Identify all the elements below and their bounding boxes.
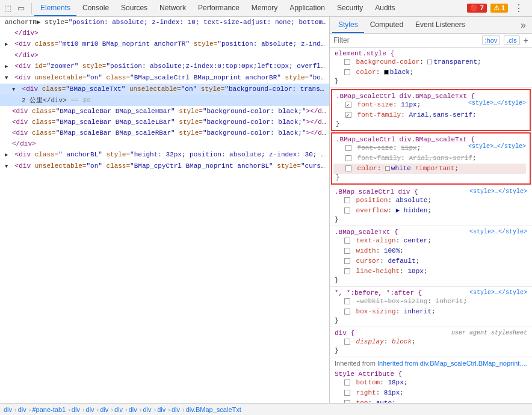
prop-checkbox[interactable] [344, 268, 350, 274]
rule-source[interactable]: <style>…</style> [468, 100, 526, 106]
prop-color-important[interactable]: color: white !important; [333, 164, 526, 174]
prop-checkbox[interactable] [345, 155, 351, 161]
filter-input[interactable] [353, 36, 478, 45]
dom-line[interactable]: <div class="BMap_scaleBar BMap_scaleHBar… [0, 106, 329, 117]
nav-tabs: Elements Console Sources Network Perform… [34, 0, 463, 16]
prop-checkbox[interactable] [344, 197, 350, 203]
tab-audits[interactable]: Audits [369, 0, 401, 16]
breadcrumb-div-4[interactable]: div [86, 406, 94, 413]
tab-performance[interactable]: Performance [192, 0, 246, 16]
rule-source-5[interactable]: <style>…</style> [469, 289, 527, 296]
breadcrumb-div-5[interactable]: div [100, 406, 108, 413]
cls-button[interactable]: .cls [504, 35, 520, 45]
dom-line[interactable]: ▶ <div id="zoomer" style="position: abso… [0, 61, 329, 72]
tab-console[interactable]: Console [76, 0, 115, 16]
breadcrumb-div-7[interactable]: div [129, 406, 137, 413]
prop-checkbox[interactable] [344, 380, 350, 386]
rule-header: .BMap_scaleTxt { <style>…</style> [335, 229, 527, 236]
prop-checkbox[interactable] [345, 112, 351, 118]
prop-webkit-box-sizing[interactable]: -webkit-box-sizing: inherit; [335, 297, 527, 307]
breadcrumb-div-3[interactable]: div [72, 406, 80, 413]
tab-sources[interactable]: Sources [115, 0, 153, 16]
devtools-toolbar: ⬚ ▭ Elements Console Sources Network Per… [0, 0, 532, 17]
prop-checkbox[interactable] [344, 339, 350, 345]
styles-more-button[interactable]: » [517, 20, 530, 31]
prop-display[interactable]: display: block; [335, 337, 527, 347]
dom-line[interactable]: ▼ <div unselectable="on" class="BMap_cpy… [0, 161, 329, 172]
prop-checkbox[interactable] [344, 208, 350, 214]
prop-cursor[interactable]: cursor: default; [335, 256, 527, 266]
prop-color[interactable]: color: black; [335, 67, 527, 78]
rule-close: } [335, 78, 527, 85]
prop-checkbox[interactable] [344, 400, 350, 403]
dom-line[interactable]: ▼ <div unselectable="on" class="BMap_sca… [0, 72, 329, 84]
device-icon[interactable]: ▭ [16, 3, 26, 14]
breadcrumb-div-9[interactable]: div [157, 406, 165, 413]
toolbar-icons: ⬚ ▭ [2, 3, 32, 14]
breadcrumb-pane[interactable]: #pane-tab1 [32, 406, 66, 413]
dom-line-text[interactable]: 2 公里</div> == $0 [0, 95, 329, 106]
breadcrumb-div-6[interactable]: div [114, 406, 123, 413]
tab-computed[interactable]: Computed [364, 17, 409, 33]
tab-event-listeners[interactable]: Event Listeners [409, 17, 471, 33]
prop-overflow[interactable]: overflow: ▶ hidden; [335, 206, 527, 216]
prop-width[interactable]: width: 100%; [335, 246, 527, 256]
dom-line[interactable]: ▶ <div class="mt10 mr10 BMap_noprint anc… [0, 38, 329, 50]
breadcrumb-div-10[interactable]: div [172, 406, 180, 413]
prop-position[interactable]: position: absolute; [335, 195, 527, 206]
prop-font-family-strike[interactable]: font-family: Arial,sans-serif; [336, 153, 526, 164]
dom-line[interactable]: </div> [0, 50, 329, 61]
rule-header: *, *:before, *:after { <style>…</style> [335, 289, 527, 297]
inherited-source[interactable]: Inherited from div.BMap_scaleCtrl.BMap_n… [377, 360, 527, 367]
prop-checkbox[interactable] [344, 298, 350, 304]
dom-line[interactable]: </div> [0, 138, 329, 149]
breadcrumb-bar: div › div › #pane-tab1 › div › div › div… [0, 403, 532, 415]
prop-box-sizing[interactable]: box-sizing: inherit; [335, 307, 527, 317]
prop-background-color[interactable]: background-color: transparent; [335, 57, 527, 67]
style-rule-attribute: Style Attribute { bottom: 18px; right: 8… [330, 368, 532, 403]
prop-right[interactable]: right: 81px; [335, 388, 527, 398]
dom-line[interactable]: <div class="BMap_scaleBar BMap_scaleRBar… [0, 128, 329, 138]
inspect-icon[interactable]: ⬚ [2, 3, 13, 14]
tab-application[interactable]: Application [283, 0, 331, 16]
prop-checkbox[interactable] [344, 390, 350, 396]
rule-source-4[interactable]: <style>…</style> [469, 229, 527, 235]
breadcrumb-div-1[interactable]: div [4, 406, 12, 413]
prop-bottom[interactable]: bottom: 18px; [335, 378, 527, 388]
rule-header: div { user agent stylesheet [335, 330, 527, 337]
prop-checkbox[interactable] [344, 248, 350, 254]
breadcrumb-div-2[interactable]: div [18, 406, 26, 413]
prop-checkbox[interactable] [345, 102, 351, 108]
dom-line[interactable]: anchorTR▶ style="position: absolute; z-i… [0, 17, 329, 28]
dom-line-selected[interactable]: ▼ <div class="BMap_scaleTxt" unselectabl… [0, 84, 329, 95]
styles-content[interactable]: element.style { background-color: transp… [330, 48, 532, 403]
hov-button[interactable]: :hov [482, 35, 501, 45]
prop-font-family[interactable]: font-family: Arial,sans-serif; [336, 110, 526, 120]
dom-line[interactable]: ▶ <div class=" anchorBL" style="height: … [0, 149, 329, 161]
tab-styles[interactable]: Styles [332, 17, 364, 33]
prop-checkbox[interactable] [344, 238, 350, 244]
more-button[interactable]: ⋮ [512, 2, 526, 14]
add-style-button[interactable]: + [524, 35, 528, 45]
rule-source-6: user agent stylesheet [451, 330, 527, 336]
prop-checkbox[interactable] [344, 309, 350, 315]
tab-security[interactable]: Security [331, 0, 369, 16]
tab-network[interactable]: Network [153, 0, 192, 16]
prop-line-height[interactable]: line-height: 18px; [335, 266, 527, 277]
prop-checkbox[interactable] [344, 59, 350, 65]
rule-source-2[interactable]: <style>…</style> [468, 143, 526, 150]
prop-checkbox[interactable] [344, 258, 350, 264]
prop-text-align[interactable]: text-align: center; [335, 236, 527, 246]
dom-panel[interactable]: anchorTR▶ style="position: absolute; z-i… [0, 17, 330, 403]
breadcrumb-scaletxt[interactable]: div.BMap_scaleTxt [186, 406, 241, 413]
dom-line[interactable]: </div> [0, 28, 329, 38]
prop-checkbox[interactable] [344, 69, 350, 75]
prop-checkbox[interactable] [345, 145, 351, 151]
breadcrumb-div-8[interactable]: div [143, 406, 151, 413]
dom-line[interactable]: <div class="BMap_scaleBar BMap_scaleLBar… [0, 117, 329, 128]
tab-elements[interactable]: Elements [34, 0, 76, 16]
prop-checkbox[interactable] [345, 165, 351, 171]
prop-top[interactable]: top: auto; [335, 398, 527, 403]
rule-source-3[interactable]: <style>…</style> [469, 188, 527, 195]
tab-memory[interactable]: Memory [246, 0, 283, 16]
